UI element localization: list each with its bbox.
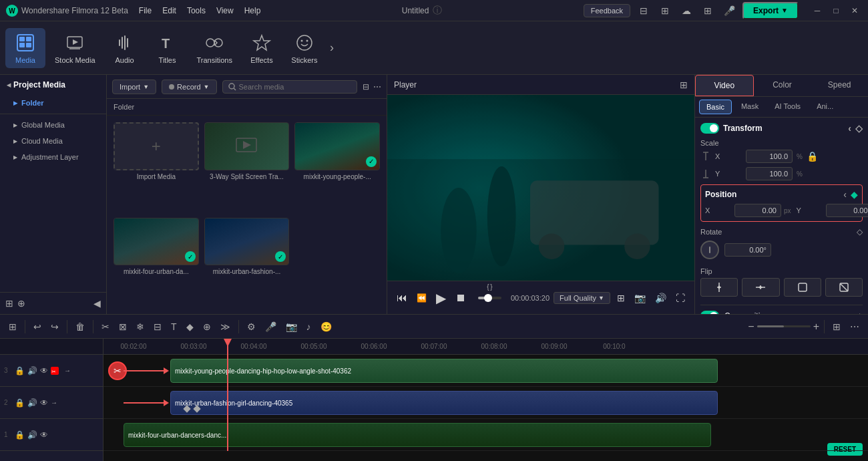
- playhead[interactable]: [227, 339, 228, 355]
- menu-tools[interactable]: Tools: [187, 6, 206, 15]
- step-back-button[interactable]: ⏪: [414, 292, 429, 304]
- flip-btn3[interactable]: [784, 278, 821, 297]
- track-2-lock-icon[interactable]: 🔒: [15, 398, 25, 408]
- track-2-eye-icon[interactable]: 👁: [40, 398, 48, 408]
- tool-stickers[interactable]: Stickers: [284, 28, 324, 68]
- tl-music-icon[interactable]: ♪: [303, 319, 314, 334]
- tl-freeze-icon[interactable]: ❄: [133, 319, 148, 334]
- window-close[interactable]: ✕: [847, 3, 863, 19]
- transform-reset-icon[interactable]: ◇: [855, 123, 863, 134]
- tool-media[interactable]: Media: [5, 28, 45, 68]
- track-speaker-icon[interactable]: 🔊: [27, 366, 37, 375]
- tool-stock-media[interactable]: Stock Media: [48, 28, 102, 68]
- search-input[interactable]: [239, 83, 352, 91]
- import-button[interactable]: Import ▼: [112, 80, 156, 94]
- record-button[interactable]: Record ▼: [162, 80, 216, 94]
- quality-button[interactable]: Full Quality ▼: [554, 292, 610, 304]
- sidebar-item-adjustment-layer[interactable]: Adjustment Layer: [0, 149, 106, 165]
- flip-horizontal-button[interactable]: [742, 278, 779, 297]
- menu-view[interactable]: View: [216, 6, 234, 15]
- list-item[interactable]: ✓ mixkit-four-urban-da...: [114, 218, 199, 308]
- progress-knob[interactable]: [484, 294, 492, 302]
- tl-more2-icon[interactable]: ⋯: [847, 319, 863, 334]
- filter-icon[interactable]: ⊟: [363, 82, 369, 92]
- rotate-input[interactable]: [724, 243, 771, 257]
- tl-redo-icon[interactable]: ↪: [47, 319, 62, 334]
- progress-bar[interactable]: { }: [478, 297, 501, 299]
- export-button[interactable]: Export ▼: [742, 2, 799, 19]
- tl-zoom-fit-icon[interactable]: ⊕: [200, 319, 214, 334]
- sidebar-item-folder[interactable]: Folder: [0, 95, 106, 111]
- scale-x-input[interactable]: [746, 150, 793, 163]
- track-clip-3[interactable]: mixkit-young-people-dancing-hip-hop-low-…: [170, 359, 718, 383]
- track-1-eye-icon[interactable]: 👁: [40, 430, 48, 440]
- sidebar-item-global-media[interactable]: Global Media: [0, 117, 106, 133]
- transform-prev-icon[interactable]: ‹: [848, 123, 851, 134]
- layout-icon[interactable]: ⊞: [657, 3, 673, 19]
- subtab-basic[interactable]: Basic: [699, 100, 732, 114]
- list-item[interactable]: ✓ mixkit-young-people-...: [294, 122, 380, 212]
- search-box[interactable]: [222, 80, 358, 94]
- subtab-mask[interactable]: Mask: [734, 100, 765, 114]
- track-2-speaker-icon[interactable]: 🔊: [27, 398, 37, 408]
- position-keyframe-icon[interactable]: ◆: [851, 189, 858, 200]
- position-prev-icon[interactable]: ‹: [843, 189, 847, 200]
- grid-icon[interactable]: ⊞: [700, 3, 716, 19]
- tl-grid-view-icon[interactable]: ⊞: [829, 319, 844, 334]
- feedback-button[interactable]: Feedback: [584, 4, 630, 17]
- track-lock-icon[interactable]: 🔒: [15, 366, 25, 375]
- subtab-ai-tools[interactable]: AI Tools: [768, 100, 807, 114]
- volume-icon[interactable]: 🔊: [652, 291, 669, 305]
- cloud-icon[interactable]: ☁: [678, 3, 694, 19]
- list-item[interactable]: 3-Way Split Screen Tra...: [204, 122, 290, 212]
- tab-video[interactable]: Video: [695, 75, 754, 96]
- tl-undo-icon[interactable]: ↩: [30, 319, 45, 334]
- tl-camera-icon[interactable]: 📷: [282, 319, 300, 334]
- tl-grid-icon[interactable]: ⊞: [5, 319, 20, 334]
- subtab-ani[interactable]: Ani...: [810, 100, 840, 114]
- add-icon[interactable]: ⊕: [17, 298, 25, 309]
- transform-toggle[interactable]: [700, 123, 719, 134]
- flip-vertical-button[interactable]: [700, 278, 738, 297]
- tl-zoom-out-icon[interactable]: −: [748, 321, 754, 333]
- rotate-dial[interactable]: [700, 241, 719, 259]
- track-1-lock-icon[interactable]: 🔒: [15, 430, 25, 440]
- flip-btn4[interactable]: [825, 278, 863, 297]
- stop-button[interactable]: ⏹: [453, 291, 469, 305]
- window-minimize[interactable]: ─: [809, 3, 825, 19]
- zoom-slider[interactable]: [757, 325, 811, 327]
- tl-cut-icon[interactable]: ✂: [98, 319, 113, 334]
- more-icon[interactable]: ⋯: [373, 82, 381, 92]
- track-clip-2[interactable]: mixkit-urban-fashion-girl-dancing-40365: [170, 391, 718, 415]
- tl-emoji-icon[interactable]: 😊: [317, 319, 335, 334]
- position-x-input[interactable]: [734, 204, 781, 217]
- play-button[interactable]: ▶: [433, 289, 449, 307]
- rotate-reset-icon[interactable]: ◇: [857, 227, 863, 237]
- position-y-input[interactable]: [826, 204, 868, 217]
- skip-back-button[interactable]: ⏮: [394, 291, 410, 305]
- tl-delete-icon[interactable]: 🗑: [72, 319, 88, 334]
- tl-marker-icon[interactable]: ◆: [183, 319, 197, 334]
- tool-transitions[interactable]: Transitions: [190, 28, 239, 68]
- tl-zoom-in-icon[interactable]: +: [813, 321, 819, 333]
- tab-speed[interactable]: Speed: [811, 75, 868, 96]
- track-eye-icon[interactable]: 👁: [40, 366, 48, 375]
- scale-y-input[interactable]: [746, 167, 793, 180]
- tl-split-icon[interactable]: ⊟: [150, 319, 165, 334]
- tl-mic-icon[interactable]: 🎤: [262, 319, 280, 334]
- sidebar-item-cloud-media[interactable]: Cloud Media: [0, 133, 106, 149]
- track-1-speaker-icon[interactable]: 🔊: [27, 430, 37, 440]
- snapshot-icon[interactable]: 📷: [632, 291, 648, 305]
- tool-audio[interactable]: Audio: [105, 28, 145, 68]
- toolbar-more[interactable]: ›: [327, 38, 337, 57]
- lock-icon[interactable]: 🔒: [807, 151, 818, 162]
- tl-text-icon[interactable]: T: [168, 319, 180, 334]
- menu-help[interactable]: Help: [244, 6, 261, 15]
- menu-file[interactable]: File: [139, 6, 152, 15]
- collapse-icon[interactable]: ◀: [93, 298, 101, 309]
- menu-edit[interactable]: Edit: [162, 6, 176, 15]
- tool-titles[interactable]: T Titles: [148, 28, 188, 68]
- tl-more-icon[interactable]: ≫: [217, 319, 234, 334]
- compositing-toggle[interactable]: [700, 311, 719, 314]
- screen-fit-icon[interactable]: ⊞: [614, 291, 628, 305]
